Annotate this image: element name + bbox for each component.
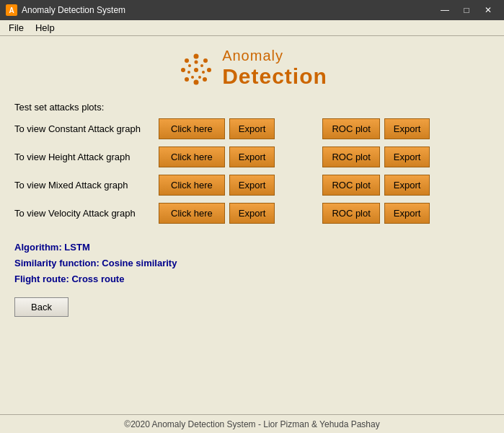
window-controls: — □ ✕ — [435, 3, 498, 17]
svg-point-3 — [203, 77, 207, 82]
logo-text: Anomaly Detection — [222, 48, 327, 89]
close-button[interactable]: ✕ — [478, 3, 498, 17]
minimize-button[interactable]: — — [435, 3, 455, 17]
logo-anomaly: Anomaly — [222, 48, 327, 64]
svg-point-1 — [203, 58, 208, 63]
footer-text: ©2020 Anomaly Detection System - Lior Pi… — [124, 419, 379, 429]
menu-file[interactable]: File — [3, 21, 30, 35]
back-button[interactable]: Back — [14, 297, 68, 317]
svg-point-12 — [191, 76, 194, 79]
svg-point-6 — [181, 68, 185, 72]
click-here-velocity[interactable]: Click here — [159, 203, 225, 224]
attack-row-mixed: To view Mixed Attack graph Click here Ex… — [14, 175, 490, 196]
info-similarity: Similarity function: Cosine similarity — [14, 255, 177, 271]
svg-point-8 — [195, 60, 198, 64]
svg-point-4 — [194, 79, 199, 84]
click-here-height[interactable]: Click here — [159, 146, 225, 167]
menu-help[interactable]: Help — [30, 21, 61, 35]
roc-mixed[interactable]: ROC plot — [322, 175, 379, 196]
footer: ©2020 Anomaly Detection System - Lior Pi… — [0, 414, 504, 433]
export-roc-height[interactable]: Export — [384, 146, 430, 167]
attack-label-velocity: To view Velocity Attack graph — [14, 208, 159, 219]
svg-point-0 — [194, 53, 199, 58]
click-here-constant[interactable]: Click here — [159, 118, 225, 139]
app-icon: A — [6, 4, 17, 16]
title-bar: A Anomaly Detection System — □ ✕ — [0, 0, 504, 20]
logo-icon — [177, 51, 216, 87]
export-velocity[interactable]: Export — [229, 203, 275, 224]
window-title: Anomaly Detection System — [22, 5, 435, 15]
attack-label-constant: To view Constant Attack graph — [14, 123, 159, 134]
roc-constant[interactable]: ROC plot — [322, 118, 379, 139]
attack-label-height: To view Height Attack graph — [14, 152, 159, 162]
svg-point-14 — [188, 64, 191, 67]
attack-row-velocity: To view Velocity Attack graph Click here… — [14, 203, 490, 224]
attack-label-mixed: To view Mixed Attack graph — [14, 180, 159, 191]
attack-row-constant: To view Constant Attack graph Click here… — [14, 118, 490, 139]
svg-point-9 — [200, 64, 203, 67]
info-section: Algorithm: LSTM Similarity function: Cos… — [14, 240, 177, 287]
svg-point-2 — [207, 68, 211, 72]
svg-point-11 — [198, 76, 201, 79]
roc-height[interactable]: ROC plot — [322, 146, 379, 167]
main-content: Anomaly Detection Test set attacks plots… — [0, 36, 504, 414]
svg-point-7 — [185, 58, 189, 63]
svg-point-15 — [194, 68, 198, 72]
logo-container: Anomaly Detection — [177, 48, 327, 89]
svg-point-5 — [185, 77, 189, 82]
export-roc-velocity[interactable]: Export — [384, 203, 430, 224]
maximize-button[interactable]: □ — [456, 3, 477, 17]
attack-row-height: To view Height Attack graph Click here E… — [14, 146, 490, 167]
roc-velocity[interactable]: ROC plot — [322, 203, 379, 224]
export-roc-mixed[interactable]: Export — [384, 175, 430, 196]
svg-point-13 — [187, 71, 190, 74]
export-mixed[interactable]: Export — [229, 175, 275, 196]
logo-area: Anomaly Detection — [14, 48, 490, 89]
export-constant[interactable]: Export — [229, 118, 275, 139]
export-height[interactable]: Export — [229, 146, 275, 167]
logo-detection: Detection — [222, 64, 327, 89]
export-roc-constant[interactable]: Export — [384, 118, 430, 139]
info-flight-route: Flight route: Cross route — [14, 271, 177, 287]
section-title: Test set attacks plots: — [14, 102, 104, 113]
svg-point-10 — [202, 71, 205, 74]
info-algorithm: Algorithm: LSTM — [14, 240, 177, 255]
click-here-mixed[interactable]: Click here — [159, 175, 225, 196]
menu-bar: File Help — [0, 20, 504, 36]
